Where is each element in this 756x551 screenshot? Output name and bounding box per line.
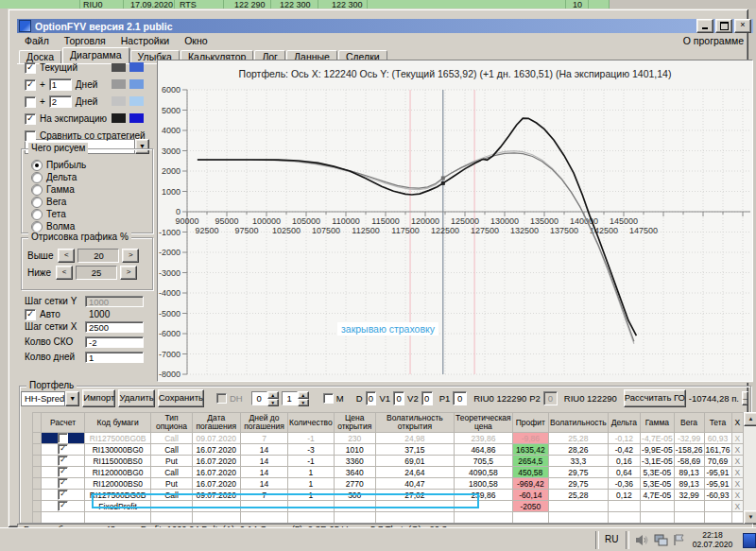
scroll-up-icon[interactable]: ▲ (744, 412, 756, 426)
spin-up-icon[interactable]: ▲ (267, 391, 279, 399)
maximize-button[interactable] (715, 19, 732, 33)
calc-margin-button[interactable]: Рассчитать ГО (624, 389, 686, 407)
collapse-button[interactable]: _ (742, 391, 748, 405)
sko-count-field[interactable]: -2 (85, 336, 144, 348)
table-scrollbar[interactable]: ▲ ▼ (744, 412, 756, 523)
show-desktop-icon[interactable] (743, 533, 756, 548)
save-button[interactable]: Сохранить (158, 389, 204, 407)
column-header-9[interactable]: Теоретическая цена (455, 413, 513, 433)
preset-combobox[interactable]: HH-Spred ▼ (21, 391, 79, 406)
table-row[interactable]: ✓FixedProfit-2050X (33, 501, 744, 512)
above-increase-button[interactable]: > (122, 249, 139, 263)
v1-field[interactable]: 0 (393, 391, 404, 405)
close-button[interactable]: × (734, 19, 751, 33)
speaker-icon[interactable] (635, 533, 648, 550)
row-delete-button[interactable]: X (731, 456, 744, 467)
radio-дельта[interactable] (31, 172, 43, 183)
below-decrease-button[interactable]: < (56, 266, 73, 280)
row-delete-button[interactable]: X (731, 501, 744, 512)
row-delete-button[interactable]: X (731, 467, 744, 478)
radio-гамма[interactable] (31, 184, 43, 196)
p1-field[interactable]: 0 (453, 391, 467, 405)
menu-item-3[interactable]: Настройки (113, 35, 178, 46)
menu-item-2[interactable]: Торговля (57, 35, 113, 46)
d-field[interactable]: 0 (366, 391, 377, 405)
table-row[interactable]: RI127500BG0BCall09.07.20207-123024,98239… (33, 433, 744, 444)
column-header-15[interactable]: Тета (704, 413, 731, 433)
table-row[interactable]: ✓RI127500BG0BCall09.07.20207130027,02239… (33, 490, 744, 501)
column-header-2[interactable]: Код бумаги (84, 413, 151, 433)
table-row[interactable]: ✓RI130000BG0Call16.07.202014-3101037,154… (33, 444, 744, 456)
table-row[interactable]: ✓RI120000BS0Put16.07.2020141277040,47180… (33, 478, 744, 490)
column-header-8[interactable]: Волатильность открытия (375, 413, 454, 433)
table-row[interactable]: ✓RI120000BG0Call16.07.2020141364024,6440… (33, 467, 744, 478)
table-row[interactable]: ✓RI115000BS0Put16.07.202014-1336069,0170… (33, 456, 744, 467)
chevron-down-icon[interactable]: ▼ (65, 391, 79, 406)
auto-checkbox[interactable]: ✓ (25, 309, 36, 320)
row-delete-button[interactable]: X (731, 433, 744, 444)
menu-item-1[interactable]: Файл (17, 35, 57, 46)
menu-about[interactable]: О программе (683, 35, 744, 46)
calc-cell[interactable]: ✓ (42, 467, 85, 478)
column-header-6[interactable]: Количество (288, 413, 335, 433)
column-header-10[interactable]: Профит (512, 413, 548, 433)
spin-up-icon[interactable]: ▲ (298, 391, 309, 399)
radio-вега[interactable] (31, 197, 43, 208)
scroll-down-icon[interactable]: ▼ (744, 510, 756, 525)
tab-диаграмма[interactable]: Диаграмма (62, 47, 129, 63)
column-header-1[interactable]: Расчет (42, 413, 85, 433)
column-header-11[interactable]: Волатильность (548, 413, 608, 433)
row-calc-checkbox[interactable]: ✓ (58, 501, 68, 511)
row-calc-checkbox[interactable] (58, 433, 68, 443)
calc-cell[interactable]: ✓ (42, 444, 85, 456)
row-calc-checkbox[interactable]: ✓ (58, 467, 68, 477)
layer-checkbox[interactable] (25, 96, 36, 108)
spin-down-icon[interactable]: ▼ (298, 399, 309, 406)
above-decrease-button[interactable]: < (58, 249, 75, 263)
radio-тета[interactable] (31, 209, 43, 220)
profit-chart[interactable]: 6000500040003000200010000-1000-2000-3000… (158, 80, 752, 381)
column-header-5[interactable]: Дней до погашения (241, 413, 288, 433)
below-increase-button[interactable]: > (120, 266, 137, 280)
calc-cell[interactable] (42, 433, 85, 444)
dh-checkbox[interactable] (216, 393, 227, 404)
layer-checkbox[interactable]: ✓ (25, 113, 36, 125)
column-header-14[interactable]: Вега (674, 413, 704, 433)
layer-checkbox[interactable]: ✓ (25, 79, 36, 91)
column-header-3[interactable]: Тип опциона (151, 413, 192, 433)
radio-прибыль[interactable] (31, 160, 43, 171)
calc-cell[interactable]: ✓ (42, 478, 85, 490)
row-calc-checkbox[interactable]: ✓ (58, 478, 68, 489)
tray-clock[interactable]: 22:18 02.07.2020 (684, 530, 741, 549)
column-header-12[interactable]: Дельта (608, 413, 640, 433)
delete-button[interactable]: Удалить (118, 389, 154, 407)
calc-cell[interactable]: ✓ (42, 490, 85, 501)
network-icon[interactable] (654, 533, 668, 550)
column-header-7[interactable]: Цена открытия (334, 413, 375, 433)
p2-field[interactable]: 0 (543, 391, 558, 405)
row-delete-button[interactable]: X (731, 478, 744, 490)
grid-x-field[interactable]: 2500 (85, 321, 144, 333)
layer-checkbox[interactable] (25, 130, 36, 142)
titlebar[interactable]: OptionFYV версия 2.1 public × (17, 19, 753, 33)
days-ahead-field[interactable]: 2 (49, 95, 72, 108)
minimize-button[interactable] (696, 19, 713, 33)
column-header-4[interactable]: Дата погашения (192, 413, 241, 433)
import-button[interactable]: Импорт (82, 389, 115, 407)
row-delete-button[interactable]: X (731, 444, 744, 456)
calc-cell[interactable]: ✓ (42, 456, 85, 467)
spin-down-icon[interactable]: ▼ (267, 399, 279, 406)
column-header-13[interactable]: Гамма (641, 413, 675, 433)
m-checkbox[interactable] (323, 393, 334, 404)
days-count-field[interactable]: 1 (85, 352, 144, 363)
spin-a[interactable]: 0 ▲▼ (251, 391, 279, 405)
spin-b[interactable]: 1 ▲▼ (282, 391, 309, 405)
layer-checkbox[interactable]: ✓ (25, 62, 36, 74)
menu-item-4[interactable]: Окно (177, 35, 215, 46)
row-delete-button[interactable]: X (731, 490, 744, 501)
days-ahead-field[interactable]: 1 (49, 78, 72, 91)
language-indicator[interactable]: RU (605, 534, 618, 544)
row-calc-checkbox[interactable]: ✓ (58, 490, 68, 500)
v2-field[interactable]: 0 (421, 391, 433, 405)
calc-cell[interactable]: ✓ (42, 501, 85, 512)
